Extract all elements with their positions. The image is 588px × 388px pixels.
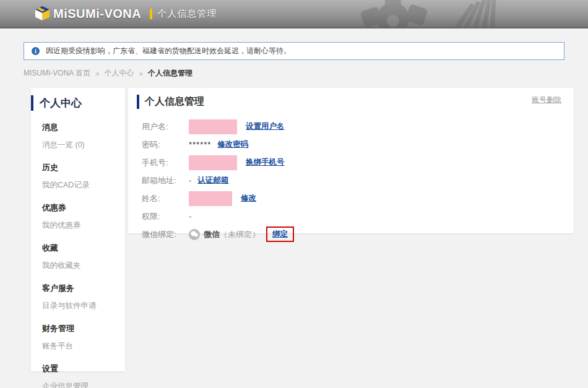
delete-account-link[interactable]: 账号删除 [532, 95, 561, 105]
row-wechat-binding: 微信绑定: 微信 （未绑定） 绑定 [142, 225, 561, 243]
sidebar-item-catalog-software-request[interactable]: 目录与软件申请 [31, 296, 125, 316]
sidebar-item-company-info[interactable]: 企业信息管理 [31, 377, 125, 388]
sidebar-section-favorites: 收藏 [31, 235, 125, 256]
misumi-logo[interactable]: MiSUMi-VONA [35, 6, 141, 21]
sidebar-title: 个人中心 [31, 95, 125, 111]
sidebar-section-history: 历史 [31, 155, 125, 176]
change-phone-link[interactable]: 换绑手机号 [246, 157, 285, 168]
wechat-icon [189, 229, 200, 240]
bind-highlight-box: 绑定 [266, 226, 294, 242]
wechat-binding-status: （未绑定） [220, 229, 260, 240]
brand-name: MiSUMi-VONA [53, 7, 141, 21]
decorative-gears [328, 0, 588, 28]
permission-value: - [189, 212, 191, 221]
bind-wechat-link[interactable]: 绑定 [272, 230, 288, 238]
sidebar-section-finance: 财务管理 [31, 316, 125, 337]
breadcrumb-separator: > [139, 70, 142, 77]
wechat-binding-label: 微信绑定: [142, 229, 189, 240]
header-page-title: 个人信息管理 [157, 8, 217, 20]
verify-email-link[interactable]: 认证邮箱 [197, 175, 228, 186]
email-label: 邮箱地址: [142, 175, 189, 186]
change-password-link[interactable]: 修改密码 [217, 139, 248, 150]
sidebar-section-settings: 设置 [31, 356, 125, 377]
sidebar-item-message-list[interactable]: 消息一览 (0) [31, 136, 125, 155]
notice-text: 因近期受疫情影响，广东省、福建省的货物配送时效会延迟，请耐心等待。 [46, 46, 291, 56]
breadcrumb: MISUMI-VONA 首页 > 个人中心 > 个人信息管理 [24, 68, 192, 79]
sidebar-section-coupons: 优惠券 [31, 195, 125, 216]
sidebar-item-my-favorites[interactable]: 我的收藏夹 [31, 256, 125, 275]
cube-logo-icon [35, 6, 50, 21]
breadcrumb-current-page: 个人信息管理 [148, 68, 192, 79]
personal-info-form: 用户名: 设置用户名 密码: ****** 修改密码 手机号: 换绑手机号 邮箱… [142, 118, 561, 243]
breadcrumb-home[interactable]: MISUMI-VONA 首页 [24, 68, 90, 79]
breadcrumb-personal-center[interactable]: 个人中心 [104, 68, 134, 79]
row-email: 邮箱地址: - 认证邮箱 [142, 171, 561, 189]
breadcrumb-separator: > [95, 70, 99, 77]
panel-title: 个人信息管理 [137, 95, 204, 109]
sidebar-personal-center: 个人中心 消息 消息一览 (0) 历史 我的CAD记录 优惠券 我的优惠券 收藏… [31, 88, 125, 371]
info-icon: i [32, 47, 40, 55]
password-masked-value: ****** [189, 140, 211, 149]
sidebar-item-billing-platform[interactable]: 账务平台 [31, 337, 125, 356]
row-name: 姓名: 修改 [142, 189, 561, 207]
title-separator-bar [150, 9, 152, 19]
row-permission: 权限: - [142, 207, 561, 225]
set-username-link[interactable]: 设置用户名 [246, 121, 285, 132]
sidebar-section-messages: 消息 [31, 114, 125, 136]
phone-label: 手机号: [142, 157, 189, 168]
email-value: - [189, 176, 191, 185]
notice-banner: i 因近期受疫情影响，广东省、福建省的货物配送时效会延迟，请耐心等待。 [24, 42, 564, 60]
sidebar-item-my-cad-records[interactable]: 我的CAD记录 [31, 176, 125, 195]
name-redacted-value [189, 191, 232, 206]
row-phone: 手机号: 换绑手机号 [142, 153, 561, 171]
username-label: 用户名: [142, 121, 189, 132]
edit-name-link[interactable]: 修改 [241, 193, 256, 204]
row-password: 密码: ****** 修改密码 [142, 136, 561, 153]
username-redacted-value [189, 119, 237, 134]
app-header: MiSUMi-VONA 个人信息管理 [0, 0, 588, 28]
personal-info-panel: 个人信息管理 账号删除 用户名: 设置用户名 密码: ****** 修改密码 手… [128, 88, 574, 233]
name-label: 姓名: [142, 193, 189, 204]
phone-redacted-value [189, 155, 237, 170]
permission-label: 权限: [142, 211, 189, 222]
wechat-service-name: 微信 [204, 229, 220, 240]
row-username: 用户名: 设置用户名 [142, 118, 561, 136]
sidebar-item-my-coupons[interactable]: 我的优惠券 [31, 216, 125, 235]
sidebar-section-customer-service: 客户服务 [31, 275, 125, 296]
password-label: 密码: [142, 139, 189, 150]
